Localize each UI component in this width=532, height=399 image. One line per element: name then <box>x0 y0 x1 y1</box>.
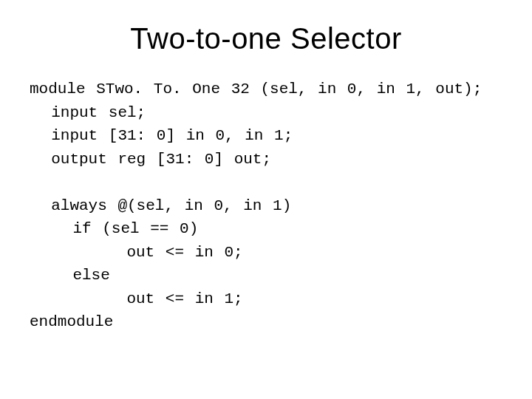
code-line: always @(sel, in 0, in 1) <box>30 197 291 214</box>
code-line: out <= in 1; <box>30 290 243 307</box>
slide: Two-to-one Selector module STwo. To. One… <box>0 0 532 399</box>
code-line: endmodule <box>30 313 113 330</box>
code-line: output reg [31: 0] out; <box>30 151 271 168</box>
code-line: module STwo. To. One 32 (sel, in 0, in 1… <box>30 81 482 98</box>
code-line: input [31: 0] in 0, in 1; <box>30 127 293 144</box>
code-block: module STwo. To. One 32 (sel, in 0, in 1… <box>30 78 502 334</box>
code-line: else <box>30 267 110 284</box>
slide-title: Two-to-one Selector <box>30 22 502 55</box>
code-line: if (sel == 0) <box>30 220 198 237</box>
code-line: input sel; <box>30 104 146 121</box>
code-line: out <= in 0; <box>30 244 243 261</box>
